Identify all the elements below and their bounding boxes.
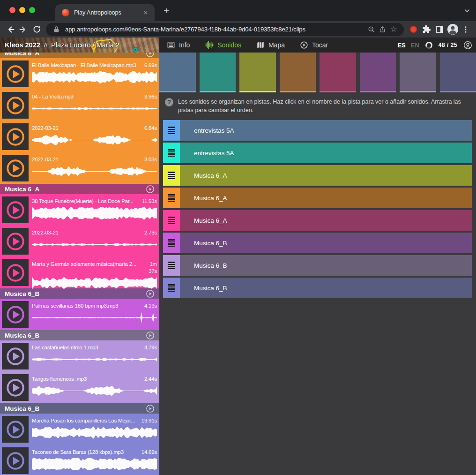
tab-search-chevron-icon[interactable] bbox=[464, 8, 470, 16]
address-bar[interactable]: app.antropoloops.com/Kleos-Santa-Marina/… bbox=[46, 23, 404, 36]
lang-en-button[interactable]: EN bbox=[411, 42, 419, 49]
nav-tab-tocar[interactable]: Tocar bbox=[300, 41, 328, 49]
drag-handle-icon[interactable] bbox=[163, 278, 180, 298]
share-icon[interactable] bbox=[377, 24, 388, 35]
clip-play-button[interactable] bbox=[2, 343, 29, 369]
section-play-icon[interactable] bbox=[146, 185, 155, 194]
new-tab-button[interactable]: + bbox=[161, 6, 171, 16]
track-color-swatch[interactable] bbox=[320, 53, 356, 92]
nav-tab-info[interactable]: Info bbox=[167, 41, 190, 49]
clip-waveform[interactable] bbox=[32, 457, 157, 471]
clip-play-button[interactable] bbox=[2, 196, 29, 223]
track-section-header[interactable]: Musica 6_A bbox=[0, 184, 159, 194]
breadcrumb-project[interactable]: Kleos 2022 bbox=[5, 41, 40, 49]
lock-icon[interactable] bbox=[51, 24, 62, 35]
track-color-swatch[interactable] bbox=[360, 53, 396, 92]
track-color-swatch[interactable] bbox=[280, 53, 316, 92]
bookmark-star-icon[interactable]: ☆ bbox=[388, 24, 399, 35]
back-button[interactable] bbox=[4, 23, 17, 36]
drag-handle-icon[interactable] bbox=[163, 233, 180, 253]
forward-button[interactable] bbox=[17, 23, 30, 36]
nav-tab-mapa[interactable]: Mapa bbox=[256, 41, 285, 49]
side-panel-icon[interactable] bbox=[433, 23, 446, 36]
profile-avatar[interactable] bbox=[446, 23, 459, 36]
track-color-swatch[interactable] bbox=[200, 53, 236, 92]
clip-waveform[interactable] bbox=[32, 70, 157, 84]
drag-handle-icon[interactable] bbox=[163, 165, 180, 186]
extensions-puzzle-icon[interactable] bbox=[420, 23, 433, 36]
drag-handle-icon[interactable] bbox=[163, 188, 180, 208]
track-color-swatch[interactable] bbox=[159, 53, 196, 92]
clip-waveform[interactable] bbox=[32, 133, 157, 147]
clip-waveform[interactable] bbox=[32, 425, 157, 440]
track-section-header[interactable]: Musica 6_B bbox=[0, 330, 159, 340]
track-color-swatch[interactable] bbox=[440, 53, 476, 92]
track-name-area[interactable]: Musica 6_A bbox=[180, 165, 472, 186]
track-row[interactable]: Musica 6_B bbox=[163, 233, 472, 253]
clip-waveform[interactable] bbox=[32, 310, 157, 325]
clip-waveform[interactable] bbox=[32, 206, 157, 220]
clip-play-button[interactable] bbox=[2, 447, 29, 474]
clip-waveform[interactable] bbox=[32, 384, 157, 398]
track-swatch-strip bbox=[159, 53, 476, 92]
lang-es-button[interactable]: ES bbox=[397, 42, 405, 49]
breadcrumb-page-title[interactable]: Plaza Lucero / María 2 bbox=[51, 41, 119, 49]
browser-tab[interactable]: Play Antropoloops × bbox=[55, 4, 155, 21]
clip-play-button[interactable] bbox=[2, 92, 29, 119]
section-play-icon[interactable] bbox=[146, 404, 155, 413]
section-play-icon[interactable] bbox=[146, 53, 155, 58]
window-controls[interactable] bbox=[9, 7, 35, 13]
track-name-area[interactable]: entrevistas 5A bbox=[180, 143, 472, 163]
track-name-area[interactable]: Musica 6_B bbox=[180, 255, 472, 276]
clip-waveform[interactable] bbox=[32, 164, 157, 179]
clip-waveform[interactable] bbox=[32, 352, 157, 367]
section-play-icon[interactable] bbox=[146, 331, 155, 340]
clip-duration: 1m 37s bbox=[141, 260, 157, 274]
drag-handle-icon[interactable] bbox=[163, 120, 180, 141]
track-name-area[interactable]: Musica 6_A bbox=[180, 210, 472, 231]
drag-handle-icon[interactable] bbox=[163, 210, 180, 231]
drag-handle-icon[interactable] bbox=[163, 255, 180, 276]
clip-waveform[interactable] bbox=[32, 237, 157, 252]
minimize-window-icon[interactable] bbox=[19, 7, 25, 13]
recording-extension-icon[interactable] bbox=[407, 23, 420, 36]
track-name-area[interactable]: entrevistas 5A bbox=[180, 120, 472, 141]
browser-menu-icon[interactable]: ⋮ bbox=[459, 23, 472, 36]
close-window-icon[interactable] bbox=[9, 7, 15, 13]
nav-tab-sonidos[interactable]: Sonidos bbox=[205, 41, 241, 49]
clip-play-button[interactable] bbox=[2, 228, 29, 255]
clip-waveform[interactable] bbox=[32, 276, 157, 290]
track-name-area[interactable]: Musica 6_B bbox=[180, 233, 472, 253]
clip-waveform[interactable] bbox=[32, 101, 157, 116]
map-thumbnail[interactable]: Kleos 2022 // Plaza Lucero / María 2 bbox=[0, 38, 159, 53]
clip-play-button[interactable] bbox=[2, 416, 29, 443]
zoom-icon[interactable] bbox=[365, 24, 377, 35]
section-play-icon[interactable] bbox=[146, 289, 155, 298]
clip-play-button[interactable] bbox=[2, 259, 29, 286]
clip-play-button[interactable] bbox=[2, 155, 29, 181]
clip-play-button[interactable] bbox=[2, 301, 29, 328]
breadcrumb[interactable]: Kleos 2022 // Plaza Lucero / María 2 bbox=[5, 38, 119, 53]
track-row[interactable]: Musica 6_A bbox=[163, 188, 472, 208]
track-name-area[interactable]: Musica 6_A bbox=[180, 188, 472, 208]
track-row[interactable]: entrevistas 5A bbox=[163, 120, 472, 141]
track-row[interactable]: Musica 6_B bbox=[163, 278, 472, 298]
clip-play-button[interactable] bbox=[2, 123, 29, 150]
clip-play-button[interactable] bbox=[2, 60, 29, 87]
track-row[interactable]: entrevistas 5A bbox=[163, 143, 472, 163]
account-icon[interactable] bbox=[463, 41, 472, 50]
reload-button[interactable] bbox=[30, 23, 43, 36]
track-section-header[interactable]: Musica 6_B bbox=[0, 403, 159, 414]
url-text[interactable]: app.antropoloops.com/Kleos-Santa-Marina/… bbox=[65, 26, 365, 33]
track-color-swatch[interactable] bbox=[239, 53, 276, 92]
clip-play-button[interactable] bbox=[2, 374, 29, 401]
track-row[interactable]: Musica 6_A bbox=[163, 165, 472, 186]
track-section-header[interactable]: Musica 6_A bbox=[0, 53, 159, 58]
track-row[interactable]: Musica 6_A bbox=[163, 210, 472, 231]
track-row[interactable]: Musica 6_B bbox=[163, 255, 472, 276]
maximize-window-icon[interactable] bbox=[29, 7, 35, 13]
track-color-swatch[interactable] bbox=[400, 53, 436, 92]
drag-handle-icon[interactable] bbox=[163, 143, 180, 163]
track-name-area[interactable]: Musica 6_B bbox=[180, 278, 472, 298]
tab-close-icon[interactable]: × bbox=[141, 8, 150, 17]
